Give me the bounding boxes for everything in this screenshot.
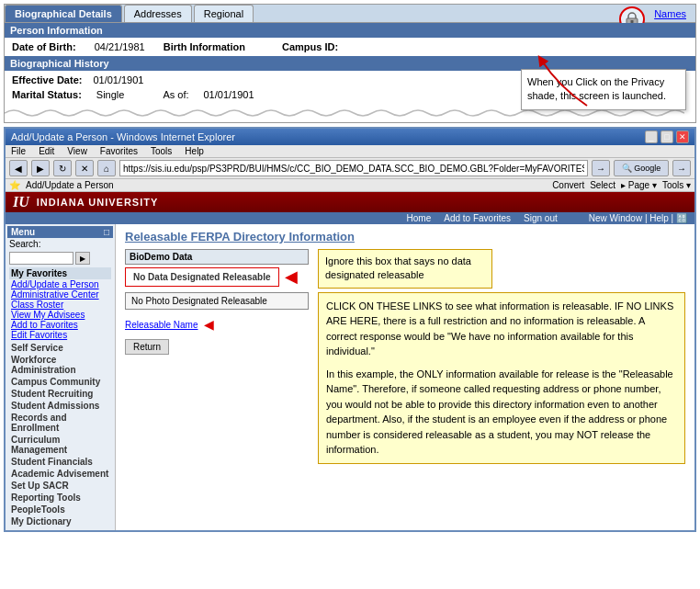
sidebar-menu-title: Menu □	[7, 226, 113, 238]
browser-menu-bar: File Edit View Favorites Tools Help	[6, 145, 694, 158]
sidebar-categories: Self Service Workforce Administration Ca…	[7, 341, 113, 528]
campus-id-label: Campus ID:	[282, 41, 338, 52]
menu-tools[interactable]: Tools	[149, 146, 174, 156]
callout-arrow	[523, 51, 596, 117]
browser-controls: _ □ ✕	[645, 130, 689, 143]
info-callout-line2: In this example, the ONLY information av…	[326, 367, 677, 458]
dob-label: Date of Birth:	[12, 41, 76, 52]
marital-status-label: Marital Status:	[12, 89, 82, 100]
home-btn[interactable]: ⌂	[97, 160, 116, 176]
no-data-row: No Data Designated Releasable ◀	[125, 266, 309, 287]
refresh-btn[interactable]: ↻	[53, 160, 72, 176]
sidebar-cat-workforce[interactable]: Workforce Administration	[9, 354, 111, 376]
minimize-btn[interactable]: _	[645, 130, 658, 143]
sidebar-cat-reporting[interactable]: Reporting Tools	[9, 492, 111, 504]
page-tools[interactable]: ▸ Page ▾	[621, 180, 657, 190]
sidebar-link-class[interactable]: Class Roster	[9, 300, 111, 310]
close-btn[interactable]: ✕	[676, 130, 689, 143]
person-info-header: Person Information	[5, 23, 695, 38]
sidebar-cat-self-service[interactable]: Self Service	[9, 342, 111, 354]
forward-btn[interactable]: ▶	[31, 160, 50, 176]
releasable-name-link[interactable]: Releasable Name	[125, 320, 198, 330]
tab-title: Add/Update a Person	[26, 180, 114, 190]
sidebar-link-add-update[interactable]: Add/Update a Person	[9, 279, 111, 289]
menu-favorites[interactable]: Favorites	[98, 146, 140, 156]
sidebar-search: ▶	[7, 250, 113, 266]
tab-addresses[interactable]: Addresses	[124, 5, 192, 22]
back-btn[interactable]: ◀	[9, 160, 28, 176]
search-go-btn[interactable]: →	[672, 160, 691, 176]
releasable-name-row: Releasable Name ◀	[125, 317, 309, 332]
new-window-link[interactable]: New Window | Help | 🔠	[589, 213, 687, 223]
sidebar-cat-curriculum[interactable]: Curriculum Management	[9, 434, 111, 456]
sidebar-cat-financials[interactable]: Student Financials	[9, 456, 111, 468]
page-layout: Menu □ Search: ▶ My Favorites Add/Update…	[6, 224, 694, 530]
nav-add-favorites[interactable]: Add to Favorites	[444, 213, 511, 223]
info-callout-line1: CLICK ON THESE LINKS to see what informa…	[326, 299, 677, 359]
toolbar2-right: Convert Select ▸ Page ▾ Tools ▾	[552, 180, 691, 190]
sidebar-cat-dictionary[interactable]: My Dictionary	[9, 515, 111, 527]
search-icon[interactable]: 🔍 Google	[614, 160, 669, 176]
browser-toolbar: ◀ ▶ ↻ ✕ ⌂ → 🔍 Google →	[6, 158, 694, 179]
return-btn[interactable]: Return	[125, 339, 169, 355]
sidebar-cat-people[interactable]: PeopleTools	[9, 504, 111, 515]
no-photo-box: No Photo Designated Releasable	[125, 292, 309, 310]
browser-window: Add/Update a Person - Windows Internet E…	[4, 127, 696, 532]
sidebar-link-edit-fav[interactable]: Edit Favorites	[9, 330, 111, 340]
birth-info-label: Birth Information	[164, 41, 245, 52]
tab-regional[interactable]: Regional	[194, 5, 254, 22]
menu-file[interactable]: File	[9, 146, 28, 156]
sidebar: Menu □ Search: ▶ My Favorites Add/Update…	[6, 224, 116, 530]
left-ferpa: BioDemo Data No Data Designated Releasab…	[125, 249, 309, 464]
names-link[interactable]: Names	[654, 8, 686, 19]
browser-title: Add/Update a Person - Windows Internet E…	[11, 131, 235, 142]
sidebar-cat-campus[interactable]: Campus Community	[9, 376, 111, 388]
releasable-arrow: ◀	[204, 317, 214, 332]
toolbar2: ⭐ Add/Update a Person Convert Select ▸ P…	[6, 179, 694, 192]
sidebar-cat-recruiting[interactable]: Student Recruiting	[9, 388, 111, 400]
tab-biographical[interactable]: Biographical Details	[5, 5, 122, 22]
address-bar[interactable]	[119, 160, 588, 176]
browser-title-bar: Add/Update a Person - Windows Internet E…	[6, 129, 694, 145]
effective-date-label: Effective Date:	[12, 74, 82, 85]
my-favorites-heading: My Favorites	[9, 267, 111, 279]
sidebar-search-label: Search:	[7, 238, 113, 250]
select-btn[interactable]: Select	[590, 180, 615, 190]
ignore-callout: Ignore this box that says no data design…	[318, 249, 492, 289]
page-title: Releasable FERPA Directory Information	[125, 230, 685, 244]
nav-signout[interactable]: Sign out	[524, 213, 558, 223]
info-callout: CLICK ON THESE LINKS to see what informa…	[318, 292, 685, 464]
top-section: Biographical Details Addresses Regional …	[4, 4, 696, 123]
biodemo-header: BioDemo Data	[125, 249, 309, 265]
main-content: Releasable FERPA Directory Information B…	[116, 224, 694, 530]
sidebar-link-advisees[interactable]: View My Advisees	[9, 310, 111, 320]
nav-home[interactable]: Home	[407, 213, 432, 223]
tab-bar: Biographical Details Addresses Regional …	[5, 5, 695, 23]
top-links	[13, 213, 394, 223]
sidebar-search-input[interactable]	[9, 252, 73, 265]
iu-logo: IU	[13, 194, 29, 210]
person-info-section: Person Information Date of Birth: 04/21/…	[5, 23, 695, 119]
no-data-box: No Data Designated Releasable	[125, 267, 279, 287]
sidebar-link-add-fav[interactable]: Add to Favorites	[9, 320, 111, 330]
sidebar-cat-records[interactable]: Records and Enrollment	[9, 412, 111, 434]
dob-value: 04/21/1981	[95, 41, 145, 52]
go-btn[interactable]: →	[592, 160, 610, 176]
sidebar-cat-setup[interactable]: Set Up SACR	[9, 480, 111, 492]
sidebar-link-admin[interactable]: Administrative Center	[9, 289, 111, 300]
toolbar2-label: ⭐	[9, 180, 20, 190]
effective-date-value: 01/01/1901	[93, 74, 143, 85]
menu-edit[interactable]: Edit	[37, 146, 56, 156]
sidebar-search-btn[interactable]: ▶	[75, 252, 90, 265]
as-of-label: As of:	[163, 89, 188, 100]
maximize-btn[interactable]: □	[660, 130, 673, 143]
sidebar-cat-academic[interactable]: Academic Advisement	[9, 468, 111, 480]
tools-btn[interactable]: Tools ▾	[662, 180, 691, 190]
menu-view[interactable]: View	[65, 146, 89, 156]
menu-help[interactable]: Help	[183, 146, 206, 156]
sidebar-cat-admissions[interactable]: Student Admissions	[9, 400, 111, 412]
convert-btn[interactable]: Convert	[552, 180, 584, 190]
iu-nav-bar: Home Add to Favorites Sign out New Windo…	[6, 212, 694, 224]
sidebar-favorites: My Favorites Add/Update a Person Adminis…	[7, 266, 113, 341]
stop-btn[interactable]: ✕	[75, 160, 94, 176]
